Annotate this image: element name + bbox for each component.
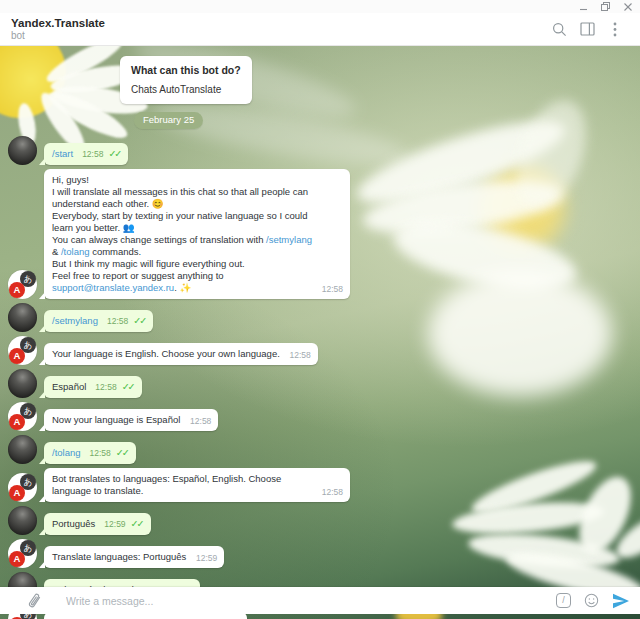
message-bubble[interactable]: Bot translates to languages: Español, En… [44, 468, 350, 502]
chat-content: What can this bot do? Chats AutoTranslat… [0, 46, 640, 619]
message-row: あABot translates to languages: Español, … [8, 468, 350, 502]
chat-subtitle: bot [11, 30, 105, 41]
minimize-icon[interactable] [579, 2, 588, 11]
message-bubble[interactable]: Now your language is Español12:58 [44, 409, 218, 431]
command-link[interactable]: /setmylang [266, 234, 312, 245]
bot-command-icon[interactable]: / [556, 593, 571, 608]
message-time: 12:58 [290, 349, 311, 361]
message-list: /start12:58✓✓あAHi, guys! I will translat… [8, 132, 350, 619]
message-bubble[interactable]: /setmylang12:58✓✓ [44, 310, 153, 332]
message-time: 12:58 [107, 316, 128, 326]
message-time: 12:58 [322, 283, 343, 295]
message-row: あANow your language is Español12:58 [8, 402, 218, 431]
read-checks-icon: ✓✓ [122, 381, 134, 392]
message-text: /start [52, 148, 73, 159]
bot-avatar[interactable]: あA [8, 270, 37, 299]
message-text: Translate languages: Português [52, 551, 186, 562]
message-bubble[interactable]: Your language is English. Choose your ow… [44, 343, 318, 365]
columns-icon[interactable] [576, 18, 598, 40]
message-bubble[interactable]: Hi, guys! I will translate all messages … [44, 169, 350, 299]
send-icon[interactable] [612, 593, 630, 609]
message-time: 12:59 [196, 552, 217, 564]
composer: / [0, 587, 640, 614]
message-row: あAHi, guys! I will translate all message… [8, 169, 350, 299]
bot-avatar[interactable]: あA [8, 473, 37, 502]
chat-header: Yandex.Translate bot [0, 13, 640, 46]
read-checks-icon: ✓✓ [131, 518, 143, 529]
message-bubble[interactable]: Español12:58✓✓ [44, 376, 142, 398]
search-icon[interactable] [548, 18, 570, 40]
message-text: Español [52, 381, 86, 392]
message-text: /setmylang [52, 315, 98, 326]
message-row: /start12:58✓✓ [8, 136, 128, 165]
menu-icon[interactable] [604, 18, 626, 40]
message-time: 12:59 [104, 519, 125, 529]
message-time: 12:58 [95, 382, 116, 392]
message-row: Português12:59✓✓ [8, 506, 151, 535]
message-bubble[interactable]: /start12:58✓✓ [44, 143, 128, 165]
message-input[interactable] [66, 595, 556, 607]
chat-area: What can this bot do? Chats AutoTranslat… [0, 46, 640, 619]
command-link[interactable]: /start [52, 148, 73, 159]
message-row: あAYour language is English. Choose your … [8, 336, 318, 365]
message-bubble[interactable]: Translate languages: Português12:59 [44, 546, 224, 568]
message-row: /setmylang12:58✓✓ [8, 303, 153, 332]
close-icon[interactable] [623, 2, 632, 11]
read-checks-icon: ✓✓ [108, 148, 120, 159]
command-link[interactable]: /tolang [52, 447, 81, 458]
bot-intro-card: What can this bot do? Chats AutoTranslat… [120, 56, 252, 104]
message-row: Español12:58✓✓ [8, 369, 142, 398]
telegram-window: Yandex.Translate bot [0, 0, 640, 619]
bot-logo-latin: A [9, 348, 25, 364]
read-checks-icon: ✓✓ [116, 447, 128, 458]
message-time: 12:58 [322, 486, 343, 498]
peer-info[interactable]: Yandex.Translate bot [11, 17, 105, 41]
message-text: Hi, guys! I will translate all messages … [52, 174, 312, 293]
message-text: Bot translates to languages: Español, En… [52, 473, 281, 496]
message-row: /tolang12:58✓✓ [8, 435, 136, 464]
bot-intro-title: What can this bot do? [131, 64, 241, 76]
user-avatar[interactable] [8, 136, 37, 165]
bot-logo-latin: A [9, 485, 25, 501]
command-link[interactable]: /setmylang [52, 315, 98, 326]
message-text: Your language is English. Choose your ow… [52, 348, 280, 359]
message-row: あATranslate languages: Português12:59 [8, 539, 224, 568]
message-text: /tolang [52, 447, 81, 458]
bot-logo-latin: A [9, 551, 25, 567]
chat-title: Yandex.Translate [11, 17, 105, 29]
user-avatar[interactable] [8, 435, 37, 464]
message-time: 12:58 [82, 149, 103, 159]
emoji-icon[interactable] [584, 593, 599, 608]
bot-logo-latin: A [9, 414, 25, 430]
message-text: Português [52, 518, 95, 529]
bot-avatar[interactable]: あA [8, 402, 37, 431]
message-text: Now your language is Español [52, 414, 180, 425]
read-checks-icon: ✓✓ [133, 315, 145, 326]
user-avatar[interactable] [8, 506, 37, 535]
message-time: 12:58 [90, 448, 111, 458]
restore-icon[interactable] [601, 2, 610, 11]
bot-avatar[interactable]: あA [8, 539, 37, 568]
message-bubble[interactable]: Português12:59✓✓ [44, 513, 151, 535]
attach-icon[interactable] [28, 593, 44, 609]
bot-avatar[interactable]: あA [8, 336, 37, 365]
bot-logo-latin: A [9, 282, 25, 298]
titlebar [0, 0, 640, 13]
user-avatar[interactable] [8, 369, 37, 398]
command-link[interactable]: support@translate.yandex.ru [52, 282, 174, 293]
message-time: 12:58 [190, 415, 211, 427]
user-avatar[interactable] [8, 303, 37, 332]
date-badge[interactable]: February 25 [134, 112, 203, 129]
command-link[interactable]: /tolang [61, 246, 90, 257]
message-bubble[interactable]: /tolang12:58✓✓ [44, 442, 136, 464]
bot-intro-description: Chats AutoTranslate [131, 84, 241, 96]
